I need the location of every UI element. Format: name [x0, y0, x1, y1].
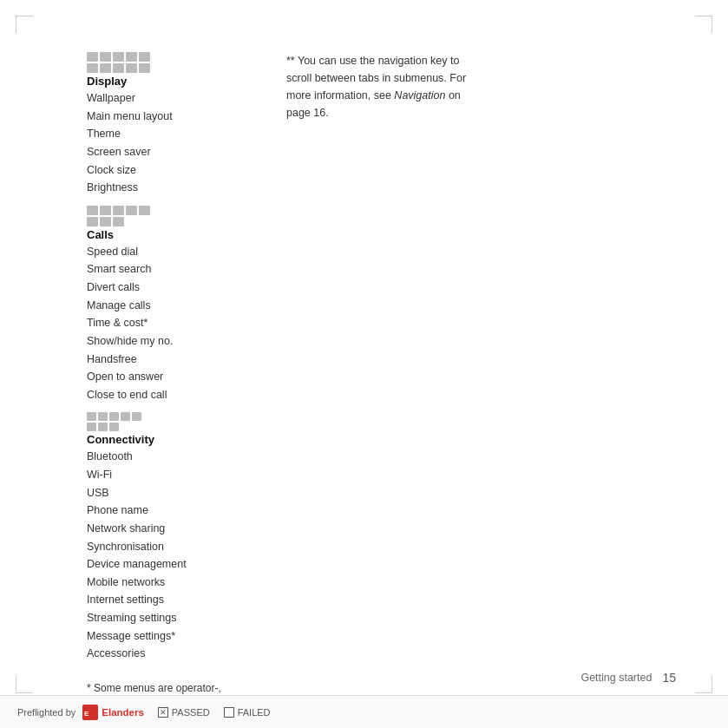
menu-item-internet-settings: Internet settings	[87, 591, 260, 609]
menu-item-divert-calls: Divert calls	[87, 279, 260, 297]
display-icon-grid	[87, 52, 156, 73]
menu-item-mobile-networks: Mobile networks	[87, 574, 260, 592]
icon-cell	[98, 412, 108, 421]
failed-label: FAILED	[238, 707, 271, 718]
menu-item-wifi: Wi-Fi	[87, 466, 260, 484]
display-section-header: Display	[87, 75, 260, 88]
icon-cell	[113, 52, 124, 62]
icon-cell	[113, 217, 124, 226]
menu-item-handsfree: Handsfree	[87, 351, 260, 369]
connectivity-icon-grid	[87, 412, 149, 431]
failed-checkbox	[224, 707, 234, 718]
svg-text:E: E	[84, 710, 89, 718]
icon-cell	[100, 52, 111, 62]
menu-item-clock-size: Clock size	[87, 161, 260, 180]
menu-item-open-to-answer: Open to answer	[87, 368, 260, 386]
menu-item-show-hide: Show/hide my no.	[87, 332, 260, 351]
icon-cell	[100, 63, 111, 73]
passed-checkbox: ✕	[158, 707, 168, 718]
note-text: ** You can use the navigation key to scr…	[286, 52, 477, 121]
menu-item-bluetooth: Bluetooth	[87, 448, 260, 466]
icon-cell	[132, 412, 141, 421]
icon-cell	[98, 423, 108, 431]
icon-cell	[121, 412, 130, 421]
elanders-logo: E Elanders	[82, 705, 144, 720]
note-navigation-link: Navigation	[394, 89, 445, 102]
menu-item-usb: USB	[87, 484, 260, 502]
right-column: ** You can use the navigation key to scr…	[286, 52, 676, 676]
calls-icon-grid	[87, 206, 156, 226]
icon-cell	[87, 217, 98, 226]
passed-label: PASSED	[172, 707, 210, 718]
left-column: Display Wallpaper Main menu layout Theme…	[87, 52, 260, 676]
menu-item-phone-name: Phone name	[87, 502, 260, 520]
page-container: Display Wallpaper Main menu layout Theme…	[0, 0, 728, 728]
menu-item-accessories: Accessories	[87, 645, 260, 663]
menu-item-close-to-end: Close to end call	[87, 386, 260, 404]
menu-item-device-management: Device management	[87, 555, 260, 574]
icon-cell	[100, 206, 111, 215]
icon-cell	[109, 412, 119, 421]
menu-item-network-sharing: Network sharing	[87, 520, 260, 538]
menu-item-synchronisation: Synchronisation	[87, 538, 260, 556]
corner-mark-tl	[16, 16, 33, 33]
menu-item-streaming-settings: Streaming settings	[87, 609, 260, 627]
calls-section: Calls Speed dial Smart search Divert cal…	[87, 206, 260, 404]
page-footer: Getting started 15	[580, 671, 676, 685]
menu-item-main-menu-layout: Main menu layout	[87, 108, 260, 126]
calls-section-header: Calls	[87, 228, 260, 241]
connectivity-section: Connectivity Bluetooth Wi-Fi USB Phone n…	[87, 412, 260, 663]
icon-cell	[100, 217, 111, 226]
elanders-name: Elanders	[102, 707, 144, 718]
menu-item-time-cost: Time & cost*	[87, 314, 260, 332]
preflighted-label: Preflighted by	[17, 707, 75, 718]
icon-cell	[109, 423, 119, 431]
display-section: Display Wallpaper Main menu layout Theme…	[87, 52, 260, 197]
icon-cell	[87, 52, 98, 62]
icon-cell	[87, 63, 98, 73]
page-number: 15	[662, 671, 676, 685]
menu-item-screen-saver: Screen saver	[87, 143, 260, 161]
footer-failed-section: FAILED	[224, 707, 271, 718]
icon-cell	[126, 206, 137, 215]
menu-item-theme: Theme	[87, 125, 260, 143]
icon-cell	[87, 423, 96, 431]
icon-cell	[87, 206, 98, 215]
menu-item-smart-search: Smart search	[87, 260, 260, 279]
icon-cell	[113, 63, 124, 73]
icon-cell	[87, 412, 96, 421]
chapter-title: Getting started	[580, 672, 652, 684]
menu-item-speed-dial: Speed dial	[87, 243, 260, 261]
menu-item-wallpaper: Wallpaper	[87, 89, 260, 108]
icon-cell	[139, 63, 150, 73]
corner-mark-bl	[16, 676, 33, 693]
elanders-logo-icon: E	[82, 705, 98, 720]
footer-bar: Preflighted by E Elanders ✕ PASSED FAILE…	[0, 695, 728, 728]
icon-cell	[113, 206, 124, 215]
corner-mark-br	[695, 676, 712, 693]
menu-item-manage-calls: Manage calls	[87, 297, 260, 315]
icon-cell	[139, 206, 150, 215]
connectivity-section-header: Connectivity	[87, 433, 260, 446]
menu-item-brightness: Brightness	[87, 179, 260, 197]
corner-mark-tr	[695, 16, 712, 33]
icon-cell	[126, 52, 137, 62]
main-content: Display Wallpaper Main menu layout Theme…	[87, 52, 676, 676]
footer-passed-section: ✕ PASSED	[158, 707, 210, 718]
icon-cell	[126, 63, 137, 73]
menu-item-message-settings: Message settings*	[87, 627, 260, 646]
icon-cell	[139, 52, 150, 62]
